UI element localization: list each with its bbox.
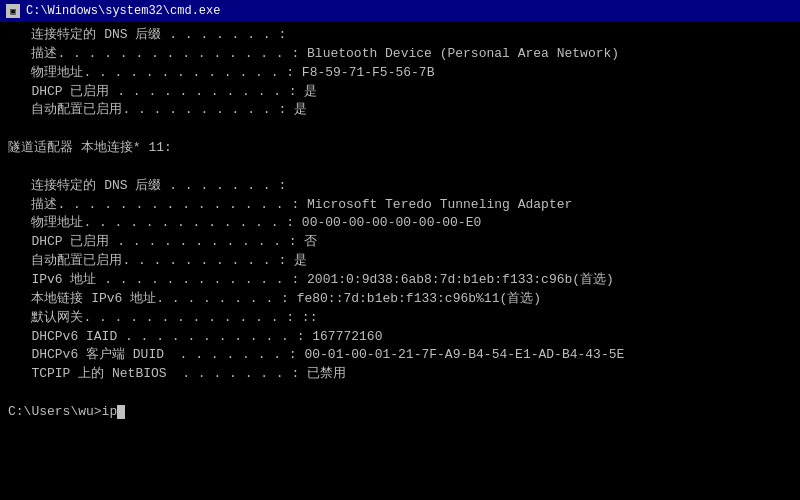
title-bar: ▣ C:\Windows\system32\cmd.exe [0,0,800,22]
title-bar-title: C:\Windows\system32\cmd.exe [26,4,220,18]
terminal-window[interactable]: 连接特定的 DNS 后缀 . . . . . . . : 描述. . . . .… [0,22,800,500]
title-bar-icon: ▣ [6,4,20,18]
cursor [117,405,125,419]
